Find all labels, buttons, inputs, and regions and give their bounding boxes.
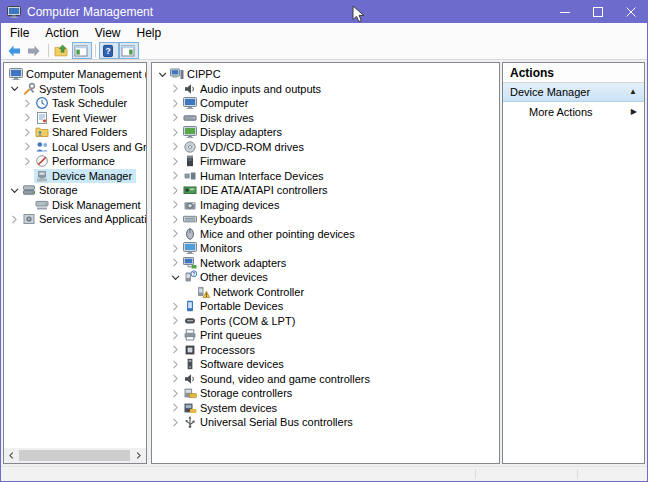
horizontal-scrollbar[interactable] [4,448,146,463]
chevron-collapsed-icon[interactable] [21,140,34,153]
tree-item-computer-management-local[interactable]: Computer Management (Local) [4,67,146,82]
chevron-collapsed-icon[interactable] [169,97,182,110]
tree-item-task-scheduler[interactable]: Task Scheduler [4,96,146,111]
actions-section-device-manager[interactable]: Device Manager ▲ [503,83,644,102]
collapse-section-icon[interactable]: ▲ [629,88,637,96]
chevron-collapsed-icon[interactable] [169,256,182,269]
more-actions-label: More Actions [529,106,593,118]
chevron-collapsed-icon[interactable] [169,126,182,139]
help-button[interactable]: ? [99,42,119,59]
minimize-button[interactable] [548,1,581,23]
tree-item-services-and-applications[interactable]: Services and Applications [4,212,146,227]
tree-item-keyboards[interactable]: Keyboards [152,212,499,227]
up-one-level-button[interactable] [52,42,72,59]
tree-item-shared-folders[interactable]: Shared Folders [4,125,146,140]
tree-item-ide-ata-atapi-controllers[interactable]: IDE ATA/ATAPI controllers [152,183,499,198]
tree-item-device-manager[interactable]: Device Manager [4,169,146,184]
tree-item-disk-management[interactable]: Disk Management [4,198,146,213]
tree-item-dvd-cd-rom-drives[interactable]: DVD/CD-ROM drives [152,140,499,155]
chevron-collapsed-icon[interactable] [169,155,182,168]
chevron-expanded-icon[interactable] [156,68,169,81]
chevron-collapsed-icon[interactable] [169,111,182,124]
tree-item-system-tools[interactable]: System Tools [4,82,146,97]
action-pane-icon [120,44,135,58]
chevron-expanded-icon[interactable] [8,82,21,95]
tree-item-system-devices[interactable]: System devices [152,401,499,416]
tree-item-software-devices[interactable]: Software devices [152,357,499,372]
tree-item-storage-controllers[interactable]: Storage controllers [152,386,499,401]
menubar: FileActionViewHelp [1,23,647,42]
chevron-collapsed-icon[interactable] [169,184,182,197]
tree-item-portable-devices[interactable]: Portable Devices [152,299,499,314]
local-users-groups-icon [34,140,49,154]
tree-item-local-users-and-groups[interactable]: Local Users and Groups [4,140,146,155]
main-area: Computer Management (Local)System ToolsT… [1,60,647,466]
tree-item-disk-drives[interactable]: Disk drives [152,111,499,126]
show-action-pane-button[interactable] [119,42,139,59]
chevron-collapsed-icon[interactable] [169,198,182,211]
chevron-collapsed-icon[interactable] [169,372,182,385]
menu-file[interactable]: File [2,23,37,42]
chevron-collapsed-icon[interactable] [21,126,34,139]
scroll-left-icon[interactable] [4,448,19,463]
chevron-collapsed-icon[interactable] [169,358,182,371]
chevron-collapsed-icon[interactable] [169,227,182,240]
chevron-collapsed-icon[interactable] [169,169,182,182]
tree-item-other-devices[interactable]: ?Other devices [152,270,499,285]
up-level-folder-icon [53,44,68,58]
chevron-collapsed-icon[interactable] [169,329,182,342]
tree-item-firmware[interactable]: Firmware [152,154,499,169]
tree-item-audio-inputs-and-outputs[interactable]: Audio inputs and outputs [152,82,499,97]
tree-item-network-controller[interactable]: Network Controller [152,285,499,300]
close-button[interactable] [614,1,647,23]
chevron-collapsed-icon[interactable] [169,140,182,153]
chevron-collapsed-icon[interactable] [21,97,34,110]
chevron-collapsed-icon[interactable] [169,387,182,400]
chevron-collapsed-icon[interactable] [169,416,182,429]
tree-item-performance[interactable]: Performance [4,154,146,169]
unknown-device-warning-icon [195,285,210,299]
forward-button[interactable] [25,42,45,59]
back-button[interactable] [5,42,25,59]
chevron-collapsed-icon[interactable] [21,111,34,124]
chevron-collapsed-icon[interactable] [169,82,182,95]
scroll-right-icon[interactable] [131,448,146,463]
tree-item-imaging-devices[interactable]: Imaging devices [152,198,499,213]
svg-text:?: ? [105,46,110,56]
chevron-expanded-icon[interactable] [8,184,21,197]
tree-item-cippc[interactable]: CIPPC [152,67,499,82]
menu-view[interactable]: View [87,23,129,42]
toolbar: ? [1,42,647,60]
show-console-tree-button[interactable] [72,42,92,59]
chevron-collapsed-icon[interactable] [169,314,182,327]
more-actions-item[interactable]: More Actions ▶ [503,102,644,122]
chevron-collapsed-icon[interactable] [169,300,182,313]
menu-help[interactable]: Help [129,23,170,42]
submenu-arrow-icon: ▶ [631,108,637,116]
tree-item-storage[interactable]: Storage [4,183,146,198]
tree-item-human-interface-devices[interactable]: Human Interface Devices [152,169,499,184]
tree-item-display-adapters[interactable]: Display adapters [152,125,499,140]
tree-item-print-queues[interactable]: Print queues [152,328,499,343]
statusbar-divider [577,469,578,479]
chevron-expanded-icon[interactable] [169,271,182,284]
tree-item-sound-video-and-game-controllers[interactable]: Sound, video and game controllers [152,372,499,387]
tree-item-mice-and-other-pointing-devices[interactable]: Mice and other pointing devices [152,227,499,242]
maximize-button[interactable] [581,1,614,23]
tree-item-ports-com-lpt[interactable]: Ports (COM & LPT) [152,314,499,329]
menu-action[interactable]: Action [37,23,86,42]
tree-item-network-adapters[interactable]: Network adapters [152,256,499,271]
scrollbar-thumb[interactable] [19,450,130,461]
chevron-collapsed-icon[interactable] [8,213,21,226]
chevron-collapsed-icon[interactable] [169,242,182,255]
chevron-collapsed-icon[interactable] [21,155,34,168]
chevron-collapsed-icon[interactable] [169,401,182,414]
tree-item-processors[interactable]: Processors [152,343,499,358]
chevron-collapsed-icon[interactable] [169,213,182,226]
tree-item-event-viewer[interactable]: Event Viewer [4,111,146,126]
tree-item-computer[interactable]: Computer [152,96,499,111]
chevron-collapsed-icon[interactable] [169,343,182,356]
tree-item-universal-serial-bus-controllers[interactable]: Universal Serial Bus controllers [152,415,499,430]
tree-item-monitors[interactable]: Monitors [152,241,499,256]
sound-controller-icon [182,372,197,386]
